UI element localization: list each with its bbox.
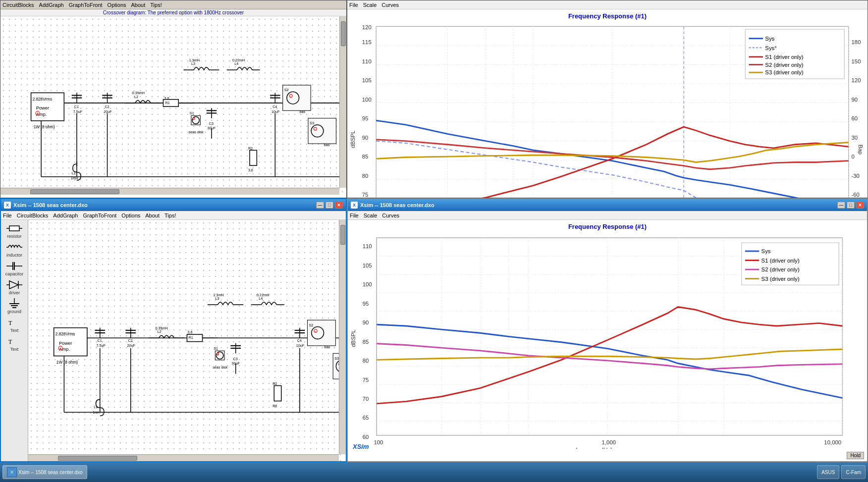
svg-text:7.5uF: 7.5uF [73, 110, 83, 114]
capacitor-label: capacitor [5, 271, 24, 276]
svg-text:L4: L4 [234, 62, 238, 66]
menu-add-graph-bl[interactable]: AddGraph [53, 213, 78, 218]
top-circuit-vscroll[interactable] [339, 16, 346, 188]
bl-vscroll[interactable] [339, 220, 346, 454]
bl-hscroll[interactable] [28, 454, 339, 461]
svg-text:+: + [290, 95, 292, 98]
taskbar-asus[interactable]: ASUS [817, 465, 839, 479]
bottom-right-menu: File Scale Curves [348, 211, 867, 220]
chart-menu-scale[interactable]: Scale [363, 2, 377, 8]
br-menu-curves[interactable]: Curves [382, 213, 399, 218]
maximize-button[interactable]: □ [326, 202, 333, 209]
svg-text:R2: R2 [272, 381, 277, 386]
bottom-left-menu: File CircuitBlocks AddGraph GraphToFront… [1, 211, 346, 220]
svg-text:0: 0 [851, 154, 854, 160]
tool-resistor[interactable]: resistor [2, 222, 27, 240]
bottom-right-xsim-brand: XSim [353, 443, 369, 450]
menu-about[interactable]: About [131, 2, 146, 8]
top-chart-panel: File Scale Curves Frequency Response (#1… [347, 0, 868, 198]
desktop: CircuitBlocks AddGraph GraphToFront Opti… [0, 0, 868, 482]
tool-ground[interactable]: ground [2, 297, 27, 315]
top-circuit-hscroll-thumb[interactable] [30, 189, 119, 194]
svg-text:C3: C3 [233, 357, 238, 361]
text1-icon: T [6, 317, 22, 328]
bottom-right-titlebar-buttons: — □ ✕ [837, 202, 864, 209]
svg-text:S1: S1 [190, 111, 194, 115]
svg-text:80: 80 [362, 173, 369, 179]
inductor-icon [6, 242, 22, 253]
tool-text1[interactable]: T Text [2, 316, 27, 334]
menu-tips-bl[interactable]: Tips! [164, 213, 176, 218]
menu-graph-to-front[interactable]: GraphToFront [69, 2, 103, 8]
ground-icon [6, 298, 22, 309]
menu-about-bl[interactable]: About [145, 213, 160, 218]
text2-icon: T [6, 336, 22, 347]
svg-text:110: 110 [362, 58, 372, 64]
svg-text:seas disk: seas disk [189, 130, 204, 134]
br-menu-file[interactable]: File [350, 213, 359, 218]
chart-menu-curves[interactable]: Curves [381, 2, 399, 8]
bottom-left-titlebar: X Xsim -- 1508 seas center.dxo — □ ✕ [1, 199, 346, 211]
svg-text:frequency [Hz]: frequency [Hz] [576, 447, 612, 449]
menu-add-graph[interactable]: AddGraph [39, 2, 64, 8]
top-circuit-area[interactable]: 2.828Vrms Power Amp. 1W (8 ohm) + [0, 16, 346, 195]
taskbar-item-xsim[interactable]: X Xsim -- 1508 seas center.dxo [2, 465, 87, 479]
xsim-app-icon: X [4, 202, 11, 209]
xsim-app-icon-br: X [351, 202, 358, 209]
taskbar-cfam-label: C-Fam [846, 470, 861, 475]
br-maximize-button[interactable]: □ [847, 202, 855, 209]
menu-circuit-blocks[interactable]: CircuitBlocks [2, 2, 34, 8]
minimize-button[interactable]: — [316, 202, 324, 209]
tool-capacitor[interactable]: capacitor [2, 260, 27, 277]
svg-text:S3 (driver only): S3 (driver only) [761, 276, 800, 282]
svg-text:105: 105 [363, 263, 372, 268]
tool-inductor[interactable]: inductor [2, 241, 27, 259]
menu-options[interactable]: Options [108, 2, 126, 8]
driver-icon [6, 279, 22, 290]
top-circuit-hscroll[interactable] [0, 188, 339, 195]
br-minimize-button[interactable]: — [837, 202, 845, 209]
menu-file[interactable]: File [3, 213, 12, 218]
svg-text:80: 80 [363, 358, 369, 364]
svg-text:100: 100 [374, 439, 383, 445]
tool-text2[interactable]: T Text [2, 335, 27, 353]
chart-menu-file[interactable]: File [349, 2, 358, 8]
br-close-button[interactable]: ✕ [856, 202, 864, 209]
text2-label: Text [10, 347, 19, 352]
svg-text:100: 100 [362, 97, 372, 103]
bl-vscroll-thumb[interactable] [340, 225, 345, 245]
menu-options-bl[interactable]: Options [121, 213, 140, 218]
svg-marker-150 [9, 281, 18, 289]
bottom-left-circuit-area[interactable]: 2.828Vrms Power Amp. 1W (8 ohm) + [28, 220, 346, 461]
br-menu-scale[interactable]: Scale [364, 213, 378, 218]
svg-text:Power: Power [36, 106, 49, 110]
svg-text:75: 75 [363, 377, 369, 383]
bottom-right-chart-svg: 60 65 70 75 80 85 90 95 100 105 110 dBSP… [350, 231, 865, 449]
svg-text:85: 85 [363, 339, 369, 345]
svg-text:L2: L2 [134, 95, 138, 99]
top-chart-menu: File Scale Curves [347, 0, 868, 9]
svg-text:110: 110 [363, 243, 372, 249]
menu-graph-to-front-bl[interactable]: GraphToFront [83, 213, 116, 218]
svg-text:S1: S1 [214, 346, 218, 351]
svg-text:C4: C4 [297, 338, 302, 343]
menu-circuit-blocks-bl[interactable]: CircuitBlocks [17, 213, 49, 218]
text1-label: Text [10, 328, 19, 333]
svg-text:C2: C2 [128, 338, 133, 343]
bottom-left-body: resistor inductor [1, 220, 346, 461]
bottom-right-titlebar: X Xsim -- 1508 seas center.dxo — □ ✕ [348, 199, 867, 211]
svg-text:Sys°: Sys° [765, 45, 777, 51]
bl-hscroll-thumb[interactable] [58, 456, 137, 461]
inductor-label: inductor [6, 253, 22, 258]
svg-text:S2 (driver only): S2 (driver only) [761, 267, 800, 272]
top-circuit-vscroll-thumb[interactable] [341, 21, 346, 46]
svg-text:0.22mH: 0.22mH [257, 293, 269, 297]
svg-text:C1: C1 [98, 338, 102, 343]
taskbar-cfam[interactable]: C-Fam [841, 465, 866, 479]
svg-text:-30: -30 [851, 173, 860, 179]
close-button[interactable]: ✕ [335, 202, 343, 209]
taskbar: X Xsim -- 1508 seas center.dxo ASUS C-Fa… [0, 462, 868, 482]
tool-driver[interactable]: driver [2, 278, 27, 296]
menu-tips[interactable]: Tips! [150, 2, 162, 8]
bottom-right-hold-button[interactable]: Hold [847, 452, 864, 459]
